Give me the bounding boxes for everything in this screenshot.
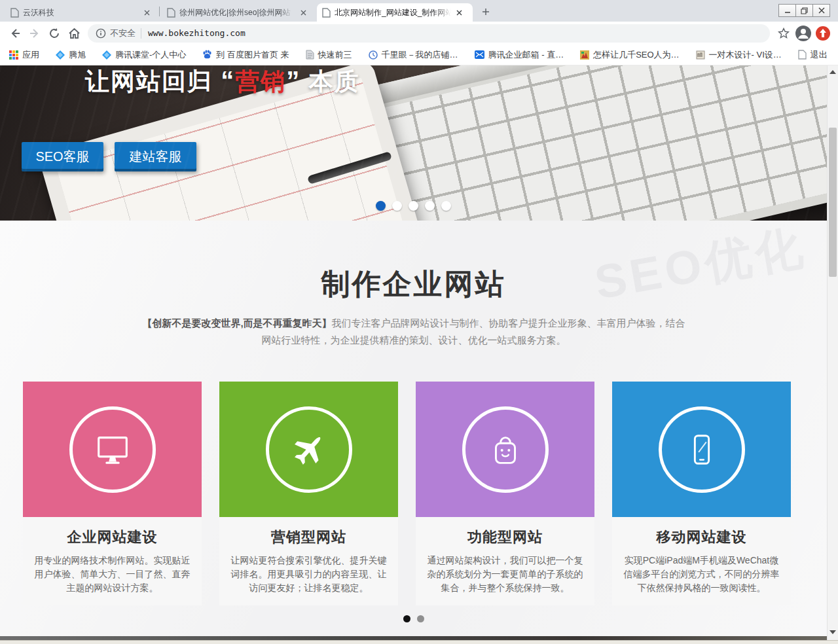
card-body: 移动网站建设 实现PC端iPad端M手机端及WeChat微信端多平台的浏览方式，… [612, 517, 791, 605]
card-mobile-website[interactable]: 移动网站建设 实现PC端iPad端M手机端及WeChat微信端多平台的浏览方式，… [612, 382, 791, 605]
tab-beijing-active[interactable]: 北京网站制作_网站建设_制作网站 [317, 3, 473, 22]
url-text[interactable]: www.bokezhitong.com [148, 28, 246, 38]
back-icon[interactable] [5, 24, 25, 43]
card-body: 企业网站建设 用专业的网络技术制作网站。实现贴近用户体验、简单大方、一目了然、直… [23, 517, 202, 605]
reload-icon[interactable] [45, 24, 64, 43]
tab-xuzhou-seo[interactable]: 徐州网站优化|徐州seo|徐州网站 [162, 3, 314, 22]
slider-dot[interactable] [441, 201, 451, 211]
monitor-icon [69, 406, 156, 493]
slider-dot[interactable] [376, 201, 386, 211]
bookmark-qianliyan[interactable]: 千里眼－我的店铺… [369, 49, 458, 61]
page-favicon-icon [10, 8, 19, 18]
hero-headline: 让网站回归 “营销” 本质 [85, 65, 360, 98]
scrollbar-thumb[interactable] [829, 128, 837, 277]
bookmark-baidu-images[interactable]: 到 百度图片首页 来 [202, 49, 289, 61]
hero-blue-strip [468, 65, 827, 73]
tab-yunwo[interactable]: 云沃科技 [5, 3, 157, 22]
card-description: 用专业的网络技术制作网站。实现贴近用户体验、简单大方、一目了然、直奔主题的网站设… [32, 554, 192, 595]
page-icon [798, 50, 807, 60]
bookmark-kuaisu[interactable]: 快速前三 [306, 49, 352, 61]
card-description: 让网站更符合搜索引擎优化、提升关键词排名。用更具吸引力的内容呈现、让访问更友好；… [228, 554, 389, 595]
keyboard-photo-decor [339, 65, 827, 221]
airplane-icon [266, 406, 352, 493]
bookmark-star-icon[interactable] [774, 24, 793, 43]
slider-dot[interactable] [409, 201, 418, 211]
scroll-down-arrow-icon[interactable] [828, 627, 838, 637]
tab-separator [159, 7, 160, 16]
card-title: 营销型网站 [228, 528, 389, 547]
tab-close-icon[interactable] [454, 7, 464, 18]
bookmark-seo-article[interactable]: 怎样让几千SEO人为… [580, 49, 679, 61]
card-description: 实现PC端iPad端M手机端及WeChat微信端多平台的浏览方式，不同的分辨率下… [621, 554, 782, 595]
card-corporate-website[interactable]: 企业网站建设 用专业的网络技术制作网站。实现贴近用户体验、简单大方、一目了然、直… [23, 382, 202, 605]
profile-avatar-icon[interactable] [793, 24, 813, 43]
tablet-photo-decor [38, 65, 428, 221]
bookmark-label: 腾旭 [69, 49, 86, 61]
seo-service-button[interactable]: SEO客服 [22, 142, 103, 171]
card-functional-website[interactable]: 功能型网站 通过网站架构设计，我们可以把一个复杂的系统划分为一套更简单的子系统的… [416, 382, 594, 605]
window-controls [779, 4, 830, 17]
bookmark-exit[interactable]: 退出 [798, 49, 828, 61]
bookmark-label: 一对木设计- VI设… [709, 49, 782, 61]
slider-dot[interactable] [425, 201, 435, 211]
bookmarks-bar: 应用 腾旭 腾讯课堂-个人中心 到 百度图片首页 来 快速前三 [0, 45, 838, 65]
diamond-icon [56, 50, 65, 60]
clock-icon [369, 50, 378, 60]
restore-button[interactable] [795, 4, 813, 17]
hero-slider-dots [0, 201, 827, 211]
tab-strip: 云沃科技 徐州网站优化|徐州seo|徐州网站 北京网站制作_网站建设_制作网站 [0, 0, 838, 22]
security-label: 不安全 [110, 27, 136, 39]
section-title: 制作企业网站 [0, 265, 827, 304]
page-icon [306, 50, 314, 60]
bookmark-tencent-class[interactable]: 腾讯课堂-个人中心 [102, 49, 186, 61]
design-icon [696, 50, 705, 60]
browser-window: 云沃科技 徐州网站优化|徐州seo|徐州网站 北京网站制作_网站建设_制作网站 [0, 0, 838, 644]
bookmark-tengxu[interactable]: 腾旭 [56, 49, 86, 61]
omnibox-divider [141, 28, 141, 39]
tab-title: 云沃科技 [23, 7, 139, 18]
mosaic-icon [580, 50, 589, 60]
scroll-up-arrow-icon[interactable] [828, 67, 838, 77]
service-cards: 企业网站建设 用专业的网络技术制作网站。实现贴近用户体验、简单大方、一目了然、直… [23, 382, 791, 605]
bookmark-label: 快速前三 [318, 49, 352, 61]
browser-update-icon[interactable] [813, 24, 833, 43]
bookmark-tencent-mail[interactable]: 腾讯企业邮箱 - 直… [475, 49, 564, 61]
card-body: 营销型网站 让网站更符合搜索引擎优化、提升关键词排名。用更具吸引力的内容呈现、让… [219, 517, 398, 605]
bottom-strip [0, 640, 838, 644]
card-tile [416, 382, 594, 517]
home-icon[interactable] [64, 24, 84, 43]
bookmark-label: 到 百度图片首页 来 [216, 49, 289, 61]
slider-dot[interactable] [392, 201, 402, 211]
close-window-button[interactable] [812, 4, 830, 17]
page-favicon-icon [167, 8, 175, 18]
card-body: 功能型网站 通过网站架构设计，我们可以把一个复杂的系统划分为一套更简单的子系统的… [416, 517, 594, 605]
card-tile [23, 382, 202, 517]
shopping-bag-icon [462, 406, 549, 493]
bookmark-label: 退出 [811, 49, 828, 61]
build-service-button[interactable]: 建站客服 [115, 142, 196, 171]
minimize-button[interactable] [778, 4, 796, 17]
section-lead: 【创新不是要改变世界,而是不再重复昨天】我们专注客户品牌网站设计与制作、协助客户… [139, 315, 689, 349]
card-title: 企业网站建设 [32, 528, 192, 547]
pager-dot[interactable] [403, 615, 410, 622]
forward-icon[interactable] [25, 24, 45, 43]
info-icon[interactable] [96, 28, 106, 39]
bookmark-yiduimu[interactable]: 一对木设计- VI设… [696, 49, 782, 61]
bookmark-label: 腾讯课堂-个人中心 [115, 49, 186, 61]
smartphone-icon [659, 406, 745, 493]
tab-close-icon[interactable] [141, 7, 152, 18]
tab-title: 北京网站制作_网站建设_制作网站 [335, 7, 451, 18]
card-title: 移动网站建设 [621, 528, 782, 547]
browser-toolbar: 不安全 www.bokezhitong.com [0, 22, 838, 45]
baidu-paw-icon [202, 50, 212, 60]
pager-dot[interactable] [417, 615, 424, 622]
vertical-scrollbar[interactable] [827, 65, 838, 640]
new-tab-button[interactable] [479, 5, 493, 19]
bookmark-apps[interactable]: 应用 [9, 49, 39, 61]
tab-close-icon[interactable] [298, 7, 308, 18]
address-bar[interactable]: 不安全 www.bokezhitong.com [88, 24, 770, 43]
diamond-icon [102, 50, 111, 60]
card-marketing-website[interactable]: 营销型网站 让网站更符合搜索引擎优化、提升关键词排名。用更具吸引力的内容呈现、让… [219, 382, 398, 605]
bookmark-label: 怎样让几千SEO人为… [593, 49, 679, 61]
page-viewport: 让网站回归 “营销” 本质 SEO客服 建站客服 SEO优化 制作企业网站 【创… [0, 65, 827, 640]
